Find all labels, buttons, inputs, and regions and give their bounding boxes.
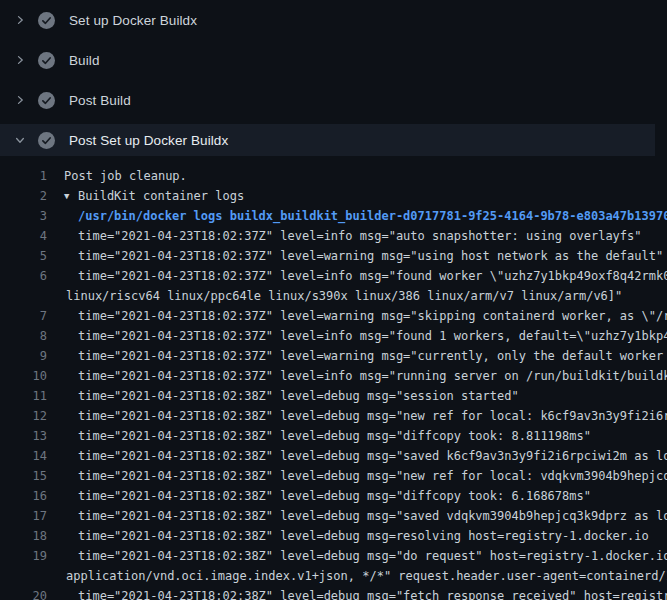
line-number[interactable]: 15 (0, 469, 48, 483)
chevron-right-icon[interactable] (12, 92, 28, 108)
log-text: time="2021-04-23T18:02:37Z" level=warnin… (78, 349, 667, 363)
steps-list: Set up Docker Buildx Build Post Build (0, 0, 667, 160)
log-text: time="2021-04-23T18:02:38Z" level=debug … (78, 489, 591, 503)
log-line[interactable]: 6 ▼ time="2021-04-23T18:02:37Z" level=in… (0, 266, 667, 286)
log-line[interactable]: 1 ▼ Post job cleanup. (0, 166, 667, 186)
chevron-right-icon[interactable] (12, 52, 28, 68)
log-line[interactable]: 5 ▼ time="2021-04-23T18:02:37Z" level=wa… (0, 246, 667, 266)
log-text: time="2021-04-23T18:02:37Z" level=info m… (78, 269, 667, 283)
step-set-up-docker-buildx[interactable]: Set up Docker Buildx (0, 0, 667, 40)
log-text: time="2021-04-23T18:02:38Z" level=debug … (78, 469, 667, 483)
line-number[interactable]: 9 (0, 349, 48, 363)
log-line[interactable]: 3 ▼ /usr/bin/docker logs buildx_buildkit… (0, 206, 667, 226)
log-text: time="2021-04-23T18:02:38Z" level=debug … (78, 529, 649, 543)
log-text: time="2021-04-23T18:02:37Z" level=info m… (78, 229, 642, 243)
step-post-set-up-docker-buildx[interactable]: Post Set up Docker Buildx (0, 120, 667, 160)
check-circle-icon (38, 12, 55, 29)
step-label: Set up Docker Buildx (69, 13, 197, 28)
step-post-build[interactable]: Post Build (0, 80, 667, 120)
line-number[interactable]: 17 (0, 509, 48, 523)
line-number[interactable]: 11 (0, 389, 48, 403)
log-line[interactable]: 11 ▼ time="2021-04-23T18:02:38Z" level=d… (0, 386, 667, 406)
log-text: application/vnd.oci.image.index.v1+json,… (66, 569, 667, 583)
line-number[interactable]: 10 (0, 369, 48, 383)
line-number[interactable]: 20 (0, 589, 48, 600)
log-text: time="2021-04-23T18:02:37Z" level=warnin… (78, 309, 667, 323)
step-label: Post Build (69, 93, 131, 108)
log-text: BuildKit container logs (78, 189, 244, 203)
step-label: Build (69, 53, 100, 68)
log-line[interactable]: 4 ▼ time="2021-04-23T18:02:37Z" level=in… (0, 226, 667, 246)
step-build[interactable]: Build (0, 40, 667, 80)
log-text: time="2021-04-23T18:02:38Z" level=debug … (78, 509, 667, 523)
log-text: time="2021-04-23T18:02:37Z" level=info m… (78, 329, 667, 343)
log-text: time="2021-04-23T18:02:38Z" level=debug … (78, 549, 667, 563)
chevron-right-icon[interactable] (12, 12, 28, 28)
log-text: Post job cleanup. (64, 169, 187, 183)
log-line[interactable]: 10 ▼ time="2021-04-23T18:02:37Z" level=i… (0, 366, 667, 386)
check-circle-icon (38, 132, 55, 149)
line-number[interactable]: 2 (0, 189, 48, 203)
log-line[interactable]: 18 ▼ time="2021-04-23T18:02:38Z" level=d… (0, 526, 667, 546)
line-number[interactable]: 6 (0, 269, 48, 283)
line-number[interactable]: 16 (0, 489, 48, 503)
log-text: time="2021-04-23T18:02:38Z" level=debug … (78, 389, 519, 403)
log-line[interactable]: 7 ▼ time="2021-04-23T18:02:37Z" level=wa… (0, 306, 667, 326)
log-line[interactable]: 2 ▼ BuildKit container logs (0, 186, 667, 206)
log-line[interactable]: 14 ▼ time="2021-04-23T18:02:38Z" level=d… (0, 446, 667, 466)
log-line[interactable]: 20 ▼ time="2021-04-23T18:02:38Z" level=d… (0, 586, 667, 600)
log-text: time="2021-04-23T18:02:38Z" level=debug … (78, 449, 667, 463)
log-line[interactable]: 9 ▼ time="2021-04-23T18:02:37Z" level=wa… (0, 346, 667, 366)
chevron-down-icon[interactable] (12, 132, 28, 148)
log-text: time="2021-04-23T18:02:37Z" level=warnin… (78, 249, 663, 263)
line-number[interactable]: 1 (0, 169, 48, 183)
line-number[interactable]: 13 (0, 429, 48, 443)
line-number[interactable]: 5 (0, 249, 48, 263)
log-line[interactable]: 13 ▼ time="2021-04-23T18:02:38Z" level=d… (0, 426, 667, 446)
log-line[interactable]: 19 ▼ time="2021-04-23T18:02:38Z" level=d… (0, 546, 667, 566)
line-number[interactable]: 3 (0, 209, 48, 223)
log-line[interactable]: 15 ▼ time="2021-04-23T18:02:38Z" level=d… (0, 466, 667, 486)
collapse-triangle-icon[interactable]: ▼ (64, 191, 78, 201)
line-number[interactable]: 7 (0, 309, 48, 323)
log-line[interactable]: 8 ▼ time="2021-04-23T18:02:37Z" level=in… (0, 326, 667, 346)
log-text: linux/riscv64 linux/ppc64le linux/s390x … (66, 289, 622, 303)
log-line[interactable]: 12 ▼ time="2021-04-23T18:02:38Z" level=d… (0, 406, 667, 426)
log-line[interactable]: 16 ▼ time="2021-04-23T18:02:38Z" level=d… (0, 486, 667, 506)
log-text: time="2021-04-23T18:02:38Z" level=debug … (78, 589, 667, 600)
log-line[interactable]: ▼ linux/riscv64 linux/ppc64le linux/s390… (0, 286, 667, 306)
log-text: time="2021-04-23T18:02:38Z" level=debug … (78, 429, 591, 443)
check-circle-icon (38, 92, 55, 109)
log-viewer: 1 ▼ Post job cleanup. 2 ▼ BuildKit conta… (0, 160, 667, 600)
step-label: Post Set up Docker Buildx (69, 133, 228, 148)
log-line[interactable]: 17 ▼ time="2021-04-23T18:02:38Z" level=d… (0, 506, 667, 526)
log-text: time="2021-04-23T18:02:38Z" level=debug … (78, 409, 667, 423)
line-number[interactable]: 8 (0, 329, 48, 343)
line-number[interactable]: 14 (0, 449, 48, 463)
line-number[interactable]: 19 (0, 549, 48, 563)
log-line[interactable]: ▼ application/vnd.oci.image.index.v1+jso… (0, 566, 667, 586)
log-text: /usr/bin/docker logs buildx_buildkit_bui… (78, 209, 667, 223)
log-text: time="2021-04-23T18:02:37Z" level=info m… (78, 369, 667, 383)
line-number[interactable]: 4 (0, 229, 48, 243)
line-number[interactable]: 12 (0, 409, 48, 423)
check-circle-icon (38, 52, 55, 69)
line-number[interactable]: 18 (0, 529, 48, 543)
